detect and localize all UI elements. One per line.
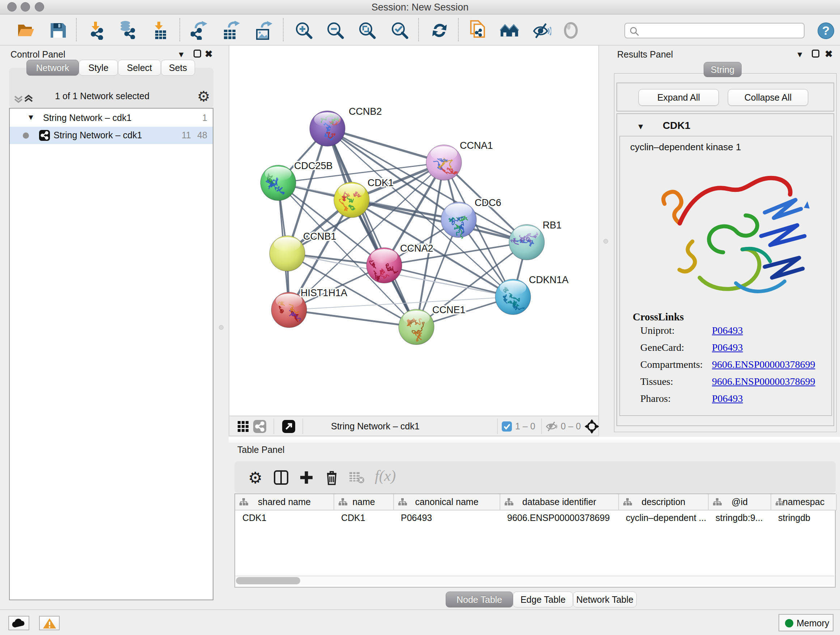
node-label-hist1h1a: HIST1H1A — [301, 287, 347, 298]
zoom-fit-icon[interactable] — [358, 21, 377, 40]
column-header-namespac[interactable]: namespac — [771, 494, 836, 510]
refresh-icon[interactable] — [430, 21, 449, 40]
network-tree-root-row[interactable]: ▼ String Network – cdk1 1 — [10, 109, 213, 127]
grid-view-icon[interactable] — [237, 421, 249, 434]
node-label-ccnb1: CCNB1 — [303, 231, 336, 242]
tab-network[interactable]: Network — [27, 60, 79, 76]
export-image-icon[interactable] — [255, 21, 273, 40]
network-node-ccnb1[interactable]: CCNB1 — [270, 231, 336, 271]
column-header--id[interactable]: @id — [708, 494, 771, 510]
collapse-all-button[interactable]: Collapse All — [728, 89, 808, 106]
table-cell[interactable]: CDK1 — [334, 510, 393, 525]
tab-network-table[interactable]: Network Table — [573, 592, 637, 608]
table-row[interactable]: CDK1CDK1P064939606.ENSP00000378699cyclin… — [235, 510, 836, 525]
left-splitter-handle[interactable] — [219, 325, 224, 330]
hide-glyphs-eye-icon[interactable] — [532, 21, 551, 40]
table-cell[interactable]: cyclin–dependent ... — [619, 510, 708, 525]
function-builder-icon[interactable]: f(x) — [375, 467, 396, 485]
column-header-description[interactable]: description — [619, 494, 708, 510]
network-collection-label: String Network – cdk1 — [43, 112, 132, 123]
show-details-eye-icon[interactable] — [562, 22, 581, 41]
export-table-icon[interactable] — [223, 21, 241, 40]
save-session-icon[interactable] — [49, 21, 67, 40]
houses-icon[interactable] — [500, 21, 519, 40]
network-options-gear-icon[interactable]: ⚙ — [197, 88, 210, 105]
gene-details-box: cyclin–dependent kinase 1 — [619, 136, 832, 416]
delete-table-icon[interactable] — [349, 471, 365, 485]
table-settings-gear-icon[interactable]: ⚙ — [248, 469, 262, 487]
network-node-ccna1[interactable]: CCNA1 — [426, 140, 493, 180]
results-panel-float-icon[interactable] — [812, 50, 819, 57]
hidden-eye-icon[interactable] — [546, 421, 558, 434]
current-network-dot — [23, 133, 29, 139]
selected-checkbox-icon[interactable] — [501, 421, 512, 433]
toolbar-separator — [283, 18, 284, 41]
tab-string[interactable]: String — [704, 62, 742, 77]
network-edge-count: 48 — [191, 130, 207, 141]
column-header-canonical-name[interactable]: canonical name — [393, 494, 500, 510]
network-node-cdkn1a[interactable]: CDKN1A — [495, 274, 569, 315]
crosslink-link-uniprot[interactable]: P06493 — [712, 325, 743, 336]
help-icon[interactable]: ? — [818, 22, 834, 39]
tab-node-table[interactable]: Node Table — [446, 592, 513, 608]
network-node-hist1h1a[interactable]: HIST1H1A — [271, 287, 347, 328]
show-columns-icon[interactable] — [273, 470, 289, 486]
crosslink-link-pharos[interactable]: P06493 — [712, 393, 743, 404]
table-hscrollbar-thumb[interactable] — [236, 577, 300, 584]
node-label-ccne1: CCNE1 — [432, 304, 466, 315]
results-buttons-box: Expand All Collapse All — [616, 82, 834, 111]
warning-button[interactable] — [39, 616, 60, 630]
network-node-rb1[interactable]: RB1 — [509, 220, 562, 260]
column-header-name[interactable]: name — [334, 494, 393, 510]
results-panel-menu-icon[interactable]: ▼ — [796, 50, 804, 59]
node-label-cdk1: CDK1 — [368, 177, 393, 188]
column-header-shared-name[interactable]: shared name — [235, 494, 334, 510]
results-panel-close-icon[interactable]: ✖ — [825, 49, 833, 60]
gene-expander-icon[interactable]: ▼ — [637, 122, 645, 131]
table-cell[interactable]: stringdb — [771, 510, 836, 525]
open-session-icon[interactable] — [17, 21, 35, 40]
tree-expander-icon[interactable]: ▼ — [27, 113, 35, 122]
tab-edge-table[interactable]: Edge Table — [513, 592, 573, 608]
toolbar-separator — [180, 18, 180, 41]
zoom-in-icon[interactable] — [294, 21, 313, 40]
import-table-file-icon[interactable] — [151, 21, 170, 40]
table-hscrollbar[interactable] — [235, 576, 834, 585]
import-network-database-icon[interactable] — [118, 20, 137, 39]
import-network-file-icon[interactable] — [88, 21, 106, 40]
crosslink-link-compartments[interactable]: 9606.ENSP00000378699 — [712, 359, 815, 371]
column-header-database-identifier[interactable]: database identifier — [500, 494, 619, 510]
cloud-button[interactable] — [8, 616, 29, 630]
tab-style[interactable]: Style — [79, 60, 118, 76]
control-panel-menu-icon[interactable]: ▼ — [177, 50, 185, 59]
zoom-selected-icon[interactable] — [390, 21, 409, 40]
node-label-rb1: RB1 — [543, 220, 562, 231]
open-in-window-icon[interactable] — [282, 420, 295, 434]
fit-content-icon[interactable] — [584, 419, 599, 435]
control-panel-float-icon[interactable] — [194, 50, 201, 57]
network-tree-row-selected[interactable]: String Network – cdk1 11 48 — [10, 127, 213, 144]
right-splitter-handle[interactable] — [603, 239, 608, 244]
zoom-out-icon[interactable] — [326, 21, 345, 40]
expand-all-button[interactable]: Expand All — [638, 89, 719, 106]
control-panel-close-icon[interactable]: ✖ — [205, 49, 213, 60]
table-cell[interactable]: CDK1 — [235, 510, 334, 525]
table-panel: Table Panel ⚙ f(x) shared namenamecanoni… — [229, 443, 840, 609]
tab-select[interactable]: Select — [118, 60, 161, 76]
add-column-icon[interactable] — [299, 470, 314, 486]
export-network-icon[interactable] — [191, 21, 210, 40]
network-view-icon[interactable] — [253, 420, 266, 434]
table-cell[interactable]: P06493 — [393, 510, 500, 525]
search-input[interactable] — [624, 23, 805, 38]
network-node-cdc6[interactable]: CDC6 — [441, 197, 501, 238]
table-cell[interactable]: stringdb:9... — [708, 510, 771, 525]
crosslink-link-genecard[interactable]: P06493 — [712, 342, 743, 353]
table-cell[interactable]: 9606.ENSP00000378699 — [500, 510, 619, 525]
clone-network-icon[interactable] — [469, 19, 488, 38]
memory-status-dot — [785, 619, 793, 627]
memory-button[interactable]: Memory — [778, 614, 834, 631]
network-canvas[interactable]: CCNB2CCNA1CDC25BCDK1CDC6RB1CCNB1CCNA2CDK… — [229, 46, 599, 416]
delete-column-icon[interactable] — [324, 469, 339, 486]
tab-sets[interactable]: Sets — [161, 60, 195, 76]
crosslink-link-tissues[interactable]: 9606.ENSP00000378699 — [712, 376, 815, 387]
